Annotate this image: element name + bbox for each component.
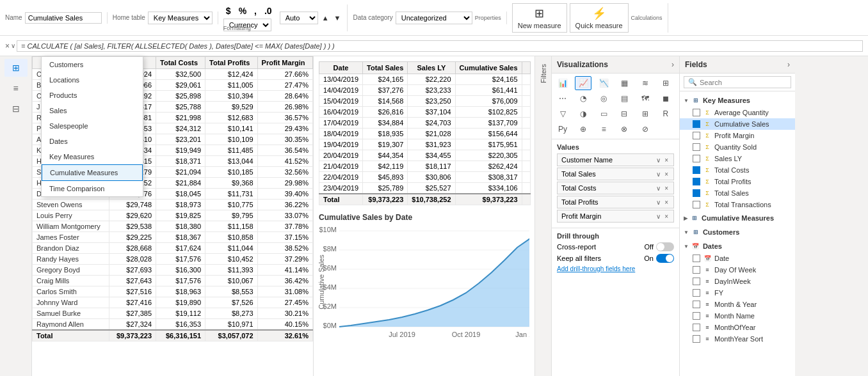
field-day-of-week[interactable]: ≡ Day Of Week <box>680 264 795 276</box>
viz-bar-chart[interactable]: 📊 <box>554 76 571 90</box>
keep-filters-toggle[interactable]: On <box>644 254 674 263</box>
keep-filters-track[interactable] <box>656 254 674 263</box>
field-month-year-sort[interactable]: ≡ MonthYear Sort <box>680 333 795 345</box>
total-profits-expand[interactable]: ∨ <box>655 199 662 206</box>
total-transactions-checkbox[interactable] <box>693 201 700 208</box>
down-arrow-btn[interactable]: ▼ <box>333 14 342 22</box>
field-sales-ly[interactable]: Σ Sales LY <box>680 153 795 164</box>
total-costs-field[interactable]: Total Costs ∨ × <box>557 182 674 194</box>
total-sales-checkbox[interactable] <box>693 189 700 197</box>
auto-select[interactable]: Auto <box>280 12 318 24</box>
viz-custom1[interactable]: ⊕ <box>575 122 591 136</box>
comma-sign[interactable]: , <box>252 4 259 17</box>
total-costs-remove[interactable]: × <box>663 185 670 192</box>
total-costs-expand[interactable]: ∨ <box>655 185 662 192</box>
dropdown-salespeople[interactable]: Salespeople <box>42 118 143 134</box>
collapse-formula-btn[interactable]: ∨ <box>11 42 15 49</box>
viz-ribbon-chart[interactable]: ≋ <box>637 76 654 90</box>
month-year-checkbox[interactable] <box>693 301 700 308</box>
viz-slicer[interactable]: ≡ <box>595 122 612 136</box>
total-sales-remove[interactable]: × <box>663 171 670 178</box>
formula-input[interactable]: = CALCULATE ( [al Sales], FILTER( ALLSEL… <box>17 40 863 52</box>
qty-sold-checkbox[interactable] <box>693 143 700 151</box>
close-formula-btn[interactable]: × <box>5 42 10 51</box>
avg-qty-checkbox[interactable] <box>693 109 700 116</box>
viz-donut-chart[interactable]: ◎ <box>595 91 612 106</box>
month-name-checkbox[interactable] <box>693 312 700 320</box>
dropdown-time-comparison[interactable]: Time Comparison <box>42 181 143 196</box>
total-costs-checkbox[interactable] <box>693 166 700 174</box>
month-year-sort-checkbox[interactable] <box>693 335 700 343</box>
day-in-week-checkbox[interactable] <box>693 278 700 285</box>
customer-name-remove[interactable]: × <box>663 157 670 164</box>
add-drill-through-label[interactable]: Add drill-through fields here <box>557 265 674 272</box>
total-profits-remove[interactable]: × <box>663 199 670 206</box>
date-checkbox[interactable] <box>693 255 700 262</box>
month-of-year-checkbox[interactable] <box>693 324 700 331</box>
fields-expand-btn[interactable]: › <box>787 60 790 69</box>
viz-card[interactable]: ▭ <box>595 107 612 121</box>
viz-filled-map[interactable]: ◼ <box>657 91 674 106</box>
home-table-select[interactable]: Key Measures <box>148 12 213 24</box>
viz-custom2[interactable]: ⊗ <box>616 122 632 136</box>
quick-measure-btn[interactable]: ⚡ Quick measure <box>570 3 629 33</box>
field-month-of-year[interactable]: ≡ MonthOfYear <box>680 322 795 333</box>
viz-area-chart[interactable]: ▦ <box>616 76 632 90</box>
key-measures-header[interactable]: ▼ ⊞ Key Measures <box>680 94 795 107</box>
cumulative-measures-header[interactable]: ▶ ⊞ Cumulative Measures <box>680 212 795 224</box>
viz-expand-btn[interactable]: › <box>671 60 674 69</box>
total-sales-field[interactable]: Total Sales ∨ × <box>557 168 674 180</box>
field-month-name[interactable]: ≡ Month Name <box>680 310 795 322</box>
field-month-year[interactable]: ≡ Month & Year <box>680 299 795 310</box>
viz-funnel[interactable]: ▽ <box>554 107 571 121</box>
dropdown-locations[interactable]: Locations <box>42 72 143 88</box>
viz-treemap[interactable]: ▤ <box>616 91 632 106</box>
fy-checkbox[interactable] <box>693 289 700 297</box>
viz-waterfall-chart[interactable]: ⊞ <box>657 76 674 90</box>
dollar-sign[interactable]: $ <box>223 4 234 17</box>
total-profits-field[interactable]: Total Profits ∨ × <box>557 196 674 208</box>
viz-table[interactable]: ⊟ <box>616 107 632 121</box>
field-profit-margin[interactable]: Σ Profit Margin <box>680 130 795 141</box>
profit-margin-expand[interactable]: ∨ <box>655 213 662 220</box>
day-of-week-checkbox[interactable] <box>693 266 700 274</box>
profit-margin-viz-field[interactable]: Profit Margin ∨ × <box>557 210 674 223</box>
viz-line-chart[interactable]: 📉 <box>595 76 612 90</box>
decimal-sign[interactable]: .0 <box>262 4 275 17</box>
field-quantity-sold[interactable]: Σ Quantity Sold <box>680 141 795 153</box>
profit-margin-remove[interactable]: × <box>663 213 670 220</box>
customers-header[interactable]: ▼ ⊞ Customers <box>680 226 795 239</box>
data-category-select[interactable]: Uncategorized <box>396 12 472 24</box>
field-date[interactable]: 📅 Date <box>680 253 795 264</box>
dropdown-dates[interactable]: Dates <box>42 134 143 149</box>
data-view-icon[interactable]: ≡ <box>4 79 28 97</box>
field-total-sales[interactable]: Σ Total Sales <box>680 187 795 199</box>
new-measure-btn[interactable]: ⊞ New measure <box>512 3 567 33</box>
viz-map[interactable]: 🗺 <box>637 91 654 106</box>
viz-python[interactable]: Py <box>554 122 571 136</box>
field-day-in-week[interactable]: ≡ DayInWeek <box>680 276 795 287</box>
dropdown-sales[interactable]: Sales <box>42 103 143 118</box>
profit-margin-checkbox[interactable] <box>693 132 700 139</box>
field-total-costs[interactable]: Σ Total Costs <box>680 164 795 176</box>
cross-report-track[interactable] <box>656 242 674 251</box>
model-view-icon[interactable]: ⊟ <box>4 100 28 118</box>
viz-r-visual[interactable]: R <box>657 107 674 121</box>
customer-name-expand[interactable]: ∨ <box>655 157 662 164</box>
up-arrow-btn[interactable]: ▲ <box>321 14 330 22</box>
dropdown-products[interactable]: Products <box>42 88 143 103</box>
report-view-icon[interactable]: ⊞ <box>4 59 28 77</box>
total-sales-expand[interactable]: ∨ <box>655 171 662 178</box>
field-total-profits[interactable]: Σ Total Profits <box>680 176 795 187</box>
percent-sign[interactable]: % <box>236 4 249 17</box>
viz-matrix[interactable]: ⊞ <box>637 107 654 121</box>
field-cumulative-sales[interactable]: Σ Cumulative Sales <box>680 118 795 130</box>
cumulative-sales-checkbox[interactable] <box>693 120 700 128</box>
dropdown-customers[interactable]: Customers <box>42 57 143 72</box>
viz-column-chart[interactable]: 📈 <box>575 76 591 90</box>
viz-gauge[interactable]: ◑ <box>575 107 591 121</box>
dropdown-key-measures[interactable]: Key Measures <box>42 149 143 164</box>
field-fy[interactable]: ≡ FY <box>680 287 795 299</box>
viz-pie-chart[interactable]: ◔ <box>575 91 591 106</box>
search-input[interactable] <box>700 79 788 86</box>
